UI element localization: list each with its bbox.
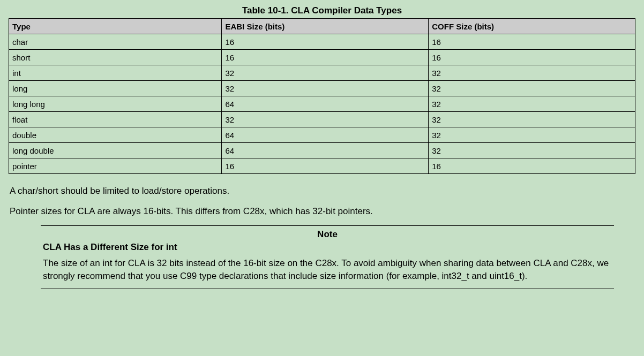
table-row: double 64 32 [9, 127, 635, 143]
cell-coff: 16 [429, 158, 635, 174]
cell-eabi: 32 [222, 65, 429, 81]
cell-coff: 16 [429, 34, 635, 50]
col-header-type: Type [9, 19, 222, 34]
note-subheading: CLA Has a Different Size for int [43, 242, 612, 253]
note-heading: Note [43, 229, 612, 240]
note-body: The size of an int for CLA is 32 bits in… [43, 257, 612, 283]
cell-type: int [9, 65, 222, 81]
cell-type: pointer [9, 158, 222, 174]
table-title: Table 10-1. CLA Compiler Data Types [9, 5, 635, 16]
cell-coff: 32 [429, 65, 635, 81]
cell-coff: 32 [429, 143, 635, 158]
cell-type: double [9, 127, 222, 143]
cell-eabi: 32 [222, 81, 429, 96]
note-block: Note CLA Has a Different Size for int Th… [41, 225, 614, 289]
cell-type: long double [9, 143, 222, 158]
table-row: long double 64 32 [9, 143, 635, 158]
table-row: int 32 32 [9, 65, 635, 81]
table-row: long long 64 32 [9, 96, 635, 112]
col-header-eabi: EABI Size (bits) [222, 19, 429, 34]
col-header-coff: COFF Size (bits) [429, 19, 635, 34]
cell-eabi: 32 [222, 112, 429, 127]
cell-eabi: 64 [222, 143, 429, 158]
cell-type: float [9, 112, 222, 127]
cell-type: long [9, 81, 222, 96]
cell-type: char [9, 34, 222, 50]
table-row: float 32 32 [9, 112, 635, 127]
cell-coff: 32 [429, 96, 635, 112]
table-row: long 32 32 [9, 81, 635, 96]
table-header-row: Type EABI Size (bits) COFF Size (bits) [9, 19, 635, 34]
cell-coff: 32 [429, 112, 635, 127]
cell-type: long long [9, 96, 222, 112]
paragraph: A char/short should be limited to load/s… [10, 185, 634, 198]
cell-eabi: 16 [222, 34, 429, 50]
data-types-table: Type EABI Size (bits) COFF Size (bits) c… [9, 18, 635, 174]
cell-eabi: 16 [222, 50, 429, 65]
cell-coff: 32 [429, 127, 635, 143]
paragraph: Pointer sizes for CLA are always 16-bits… [10, 205, 634, 218]
table-row: char 16 16 [9, 34, 635, 50]
cell-coff: 16 [429, 50, 635, 65]
body-text: A char/short should be limited to load/s… [10, 185, 634, 218]
cell-eabi: 16 [222, 158, 429, 174]
table-row: pointer 16 16 [9, 158, 635, 174]
cell-eabi: 64 [222, 127, 429, 143]
cell-eabi: 64 [222, 96, 429, 112]
cell-coff: 32 [429, 81, 635, 96]
cell-type: short [9, 50, 222, 65]
table-row: short 16 16 [9, 50, 635, 65]
